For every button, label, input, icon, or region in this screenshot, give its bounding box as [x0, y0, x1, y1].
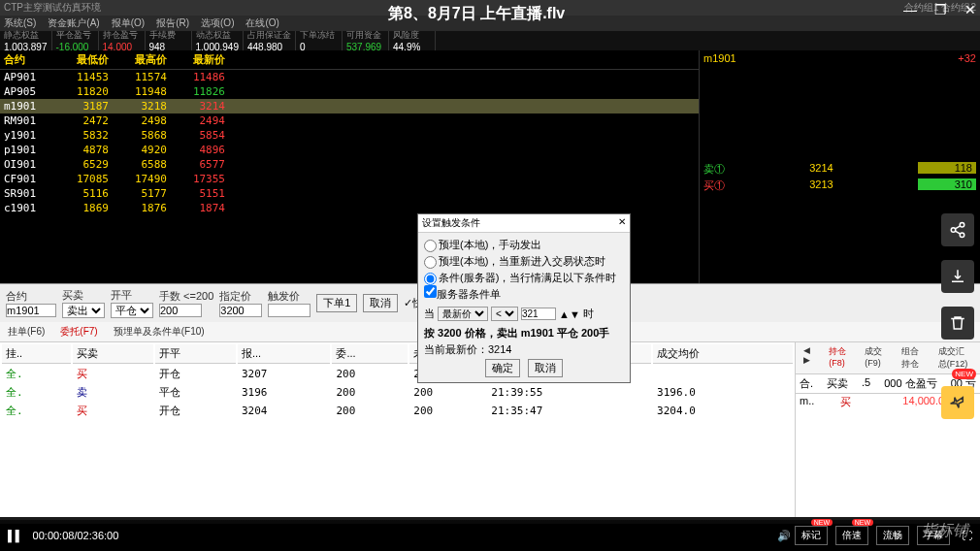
order-row[interactable]: 全.卖平仓319620020021:39:553196.0	[2, 384, 793, 401]
speed-button[interactable]: 倍速NEW	[835, 526, 868, 545]
quote-row[interactable]: CF901170851749017355	[0, 172, 699, 186]
dialog-current: 当前最新价：3214	[424, 341, 511, 358]
cancel-button[interactable]: 取消	[363, 294, 398, 312]
stats-bar: 静态权益1,003,897平仓盈亏-16,000持仓盈亏14,000手续费948…	[0, 31, 980, 50]
oc-select[interactable]: 平仓	[111, 303, 153, 318]
dialog-desc: 按 3200 价格，卖出 m1901 平仓 200手	[424, 325, 624, 341]
tab-combo[interactable]: 组合持仓	[898, 344, 927, 372]
quote-row[interactable]: AP901114531157411486	[0, 70, 699, 84]
radio-cond[interactable]	[424, 273, 437, 285]
qty-input[interactable]	[159, 304, 202, 317]
price-input[interactable]	[219, 304, 262, 317]
menu-order[interactable]: 报单(O)	[112, 16, 145, 30]
svg-point-1	[951, 228, 956, 233]
dialog-ok[interactable]: 确定	[485, 359, 520, 377]
tab-cond[interactable]: 预埋单及条件单(F10)	[110, 324, 209, 340]
menu-system[interactable]: 系统(S)	[4, 16, 36, 30]
window-controls: — ❐ ✕	[903, 2, 976, 17]
order-row[interactable]: 全.买开仓320420020021:35:473204.0	[2, 403, 793, 419]
svg-line-4	[955, 231, 960, 234]
radio-manual[interactable]	[424, 240, 437, 252]
detail-pane: m1901 +32 卖①3214118 买①3213310	[699, 50, 980, 283]
dialog-close-icon[interactable]: ✕	[618, 216, 626, 230]
new-badge: NEW	[952, 369, 976, 379]
pin-icon[interactable]	[941, 386, 974, 419]
field-select[interactable]: 最新价	[438, 307, 488, 321]
orders-table[interactable]: 挂..买卖开平报...委...未...报单时间成交均价 全.买开仓3207200…	[0, 342, 795, 421]
play-icon[interactable]: ▌▌	[8, 530, 23, 541]
quote-row[interactable]: p1901487849204896	[0, 143, 699, 157]
mark-button[interactable]: 标记NEW	[795, 526, 828, 545]
server-check[interactable]	[424, 285, 437, 298]
video-title: 第8、8月7日 上午直播.flv	[388, 4, 565, 24]
trigger-input[interactable]	[268, 304, 310, 317]
menu-options[interactable]: 选项(O)	[201, 16, 234, 30]
tab-summary[interactable]: 成交汇总(F12)	[934, 344, 976, 372]
menu-report[interactable]: 报告(R)	[156, 16, 189, 30]
delete-icon[interactable]	[941, 307, 974, 340]
maximize-button[interactable]: ❐	[934, 2, 947, 17]
quote-row[interactable]: m1901318732183214	[0, 99, 699, 113]
quote-row[interactable]: SR901511651775151	[0, 186, 699, 201]
close-button[interactable]: ✕	[964, 2, 976, 17]
quote-row[interactable]: RM901247224982494	[0, 113, 699, 128]
svg-line-3	[955, 226, 960, 229]
detail-change: +32	[958, 52, 976, 64]
right-toolbar	[941, 213, 974, 340]
bs-select[interactable]: 卖出	[62, 303, 105, 318]
tab-entrust[interactable]: 委托(F7)	[56, 324, 101, 340]
bid-ask: 卖①3214118 买①3213310	[703, 161, 976, 194]
op-select[interactable]: <	[491, 307, 518, 321]
watermark: 指标铺	[922, 521, 968, 541]
dialog-cancel[interactable]: 取消	[528, 359, 563, 377]
quality-button[interactable]: 流畅	[876, 526, 909, 545]
quote-header: 合约 最低价 最高价 最新价	[0, 50, 699, 70]
stepper-icon[interactable]: ▲▼	[559, 308, 580, 320]
dialog-titlebar[interactable]: 设置触发条件 ✕	[418, 214, 630, 233]
trigger-dialog: 设置触发条件 ✕ 预埋(本地)，手动发出 预埋(本地)，当重新进入交易状态时 条…	[417, 213, 631, 383]
tab-trade[interactable]: 成交(F9)	[861, 344, 889, 372]
quote-row[interactable]: AP905118201194811826	[0, 84, 699, 99]
menu-account[interactable]: 资金账户(A)	[48, 16, 99, 30]
tab-pending[interactable]: 挂单(F6)	[4, 324, 49, 340]
app-title: CTP主穿测试仿真环境	[4, 1, 101, 15]
video-player-controls[interactable]: ▌▌ 00:00:08 / 02:36:00 🔊 标记NEW 倍速NEW 流畅 …	[0, 520, 980, 551]
radio-reenter[interactable]	[424, 256, 437, 269]
order-row[interactable]: 全.买开仓320720020009:00:45	[2, 366, 793, 382]
submit-button[interactable]: 下单1	[316, 294, 357, 312]
quote-row[interactable]: OI901652965886577	[0, 157, 699, 172]
share-icon[interactable]	[941, 213, 974, 246]
svg-point-0	[960, 223, 964, 228]
quote-row[interactable]: y1901583258685854	[0, 128, 699, 143]
contract-input[interactable]	[6, 304, 56, 317]
detail-code: m1901	[703, 52, 736, 64]
tab-position[interactable]: 持仓(F8)	[825, 344, 853, 372]
svg-point-2	[960, 233, 964, 238]
time-current: 00:00:08	[33, 530, 75, 541]
minimize-button[interactable]: —	[903, 2, 917, 17]
download-icon[interactable]	[941, 260, 974, 293]
volume-icon[interactable]: 🔊	[777, 530, 791, 542]
menu-online[interactable]: 在线(O)	[245, 16, 278, 30]
time-duration: 02:36:00	[77, 530, 118, 541]
threshold-input[interactable]	[521, 308, 556, 320]
